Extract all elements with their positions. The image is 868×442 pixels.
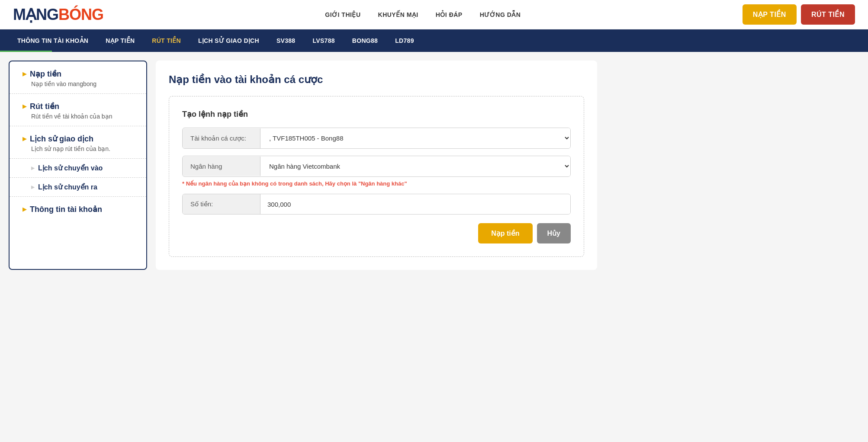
content-area: Nạp tiền vào tài khoản cá cược Tạo lệnh … [156, 61, 597, 270]
nav-huong-dan[interactable]: HƯỚNG DẪN [480, 11, 521, 18]
account-select[interactable]: , TVF185TH005 - Bong88 [260, 128, 570, 148]
amount-row: Số tiền: [182, 194, 571, 215]
navbar-rut-tien[interactable]: RÚT TIỀN [143, 29, 190, 52]
nav-hoi-dap[interactable]: HỎI ĐÁP [436, 11, 463, 18]
sidebar-lich-su-subtitle: Lịch sử nạp rút tiền của bạn. [23, 145, 136, 152]
header-buttons: NẠP TIỀN RÚT TIỀN [743, 4, 855, 25]
navbar-lich-su[interactable]: LỊCH SỬ GIAO DỊCH [190, 29, 268, 52]
navbar-sv388[interactable]: SV388 [268, 29, 304, 52]
sidebar-chuyen-ra-title: Lịch sử chuyển ra [31, 183, 136, 191]
form-actions: Nạp tiền Hủy [182, 223, 571, 243]
sidebar-lich-su-title: Lịch sử giao dịch [23, 134, 136, 144]
main-navbar: THÔNG TIN TÀI KHOẢN NẠP TIỀN RÚT TIỀN LỊ… [0, 29, 868, 52]
main-content: Nạp tiền Nạp tiền vào mangbong Rút tiền … [0, 52, 606, 279]
navbar-nap-tien[interactable]: NẠP TIỀN [97, 29, 143, 52]
header: MẠNGBÓNG GIỚI THIỆU KHUYẾN MẠI HỎI ĐÁP H… [0, 0, 868, 29]
sidebar-nap-tien-subtitle: Nạp tiền vào mangbong [23, 80, 136, 87]
sidebar-rut-tien-title: Rút tiền [23, 102, 136, 111]
sidebar-rut-tien-subtitle: Rút tiền về tài khoản của bạn [23, 113, 136, 120]
navbar-thong-tin[interactable]: THÔNG TIN TÀI KHOẢN [9, 29, 97, 52]
amount-label: Số tiền: [183, 194, 260, 214]
logo-bong: BÓNG [58, 6, 103, 24]
form-box: Tạo lệnh nạp tiền Tài khoản cá cược: , T… [169, 96, 584, 257]
page-title: Nạp tiền vào tài khoản cá cược [169, 74, 584, 86]
nap-tien-button[interactable]: NẠP TIỀN [743, 4, 797, 25]
sidebar-chuyen-ra[interactable]: Lịch sử chuyển ra [10, 178, 146, 197]
navbar-lvs788[interactable]: LVS788 [304, 29, 343, 52]
bank-row: Ngân hàng Ngân hàng Vietcombank [182, 156, 571, 177]
sidebar-nap-tien[interactable]: Nạp tiền Nạp tiền vào mangbong [10, 61, 146, 94]
bank-warning: * Nếu ngân hàng của bạn không có trong d… [182, 180, 571, 187]
sidebar-chuyen-vao[interactable]: Lịch sử chuyển vào [10, 159, 146, 178]
warning-text-main: * Nếu ngân hàng của bạn không có trong d… [182, 180, 358, 187]
account-label: Tài khoản cá cược: [183, 128, 260, 148]
sidebar: Nạp tiền Nạp tiền vào mangbong Rút tiền … [9, 61, 147, 270]
sidebar-thong-tin[interactable]: Thông tin tài khoản [10, 197, 146, 222]
logo: MẠNGBÓNG [13, 6, 103, 24]
navbar-ld789[interactable]: LD789 [386, 29, 423, 52]
nav-gioi-thieu[interactable]: GIỚI THIỆU [325, 11, 360, 18]
sidebar-rut-tien[interactable]: Rút tiền Rút tiền về tài khoản của bạn [10, 94, 146, 126]
sidebar-chuyen-vao-title: Lịch sử chuyển vào [31, 164, 136, 172]
nav-khuyen-mai[interactable]: KHUYẾN MẠI [378, 11, 418, 18]
sidebar-thong-tin-title: Thông tin tài khoản [23, 205, 136, 214]
logo-mang: MẠNG [13, 6, 58, 24]
sidebar-nap-tien-title: Nạp tiền [23, 69, 136, 79]
navbar-bong88[interactable]: BONG88 [344, 29, 386, 52]
form-section-title: Tạo lệnh nạp tiền [182, 109, 571, 119]
bank-select[interactable]: Ngân hàng Vietcombank [260, 156, 570, 176]
account-row: Tài khoản cá cược: , TVF185TH005 - Bong8… [182, 128, 571, 149]
cancel-button[interactable]: Hủy [537, 223, 571, 243]
amount-input[interactable] [260, 195, 570, 214]
sidebar-lich-su[interactable]: Lịch sử giao dịch Lịch sử nạp rút tiền c… [10, 126, 146, 159]
navbar-underline [0, 51, 52, 52]
header-nav: GIỚI THIỆU KHUYẾN MẠI HỎI ĐÁP HƯỚNG DẪN [325, 11, 521, 19]
rut-tien-button[interactable]: RÚT TIỀN [801, 4, 855, 25]
bank-label: Ngân hàng [183, 157, 260, 176]
warning-link: "Ngân hàng khác" [358, 180, 407, 187]
submit-button[interactable]: Nạp tiền [478, 223, 532, 243]
